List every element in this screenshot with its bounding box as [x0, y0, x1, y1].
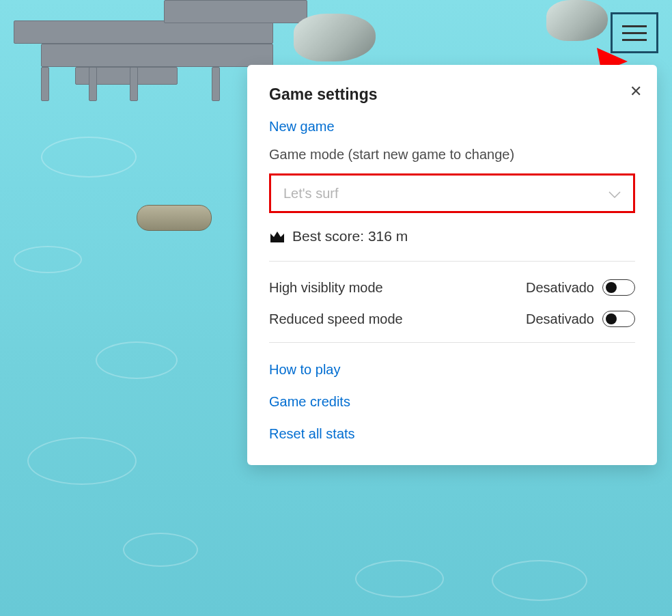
best-score-row: Best score: 316 m: [269, 228, 635, 262]
reduced-speed-toggle[interactable]: [602, 311, 635, 327]
reduced-speed-label: Reduced speed mode: [269, 311, 403, 327]
crown-icon: [269, 229, 285, 243]
high-visibility-row: High visiblity mode Desativado: [269, 279, 635, 296]
game-mode-dropdown[interactable]: Let's surf: [269, 173, 635, 213]
reduced-speed-row: Reduced speed mode Desativado: [269, 311, 635, 327]
best-score-text: Best score: 316 m: [292, 228, 408, 244]
svg-rect-2: [270, 240, 284, 242]
high-visibility-toggle[interactable]: [602, 279, 635, 296]
new-game-link[interactable]: New game: [269, 119, 635, 135]
how-to-play-link[interactable]: How to play: [269, 362, 635, 378]
close-button[interactable]: ✕: [630, 84, 642, 99]
dropdown-selected-value: Let's surf: [283, 186, 339, 201]
close-icon: ✕: [630, 83, 642, 100]
panel-title: Game settings: [269, 85, 635, 104]
reduced-speed-state: Desativado: [526, 311, 594, 327]
divider: [269, 342, 635, 343]
game-mode-label: Game mode (start new game to change): [269, 147, 635, 163]
chevron-down-icon: [608, 186, 621, 201]
menu-icon: [622, 25, 647, 27]
high-visibility-state: Desativado: [526, 280, 594, 296]
high-visibility-label: High visiblity mode: [269, 280, 383, 296]
game-settings-panel: ✕ Game settings New game Game mode (star…: [247, 65, 657, 465]
menu-button[interactable]: [611, 12, 658, 53]
reset-stats-link[interactable]: Reset all stats: [269, 426, 635, 442]
game-credits-link[interactable]: Game credits: [269, 394, 635, 410]
